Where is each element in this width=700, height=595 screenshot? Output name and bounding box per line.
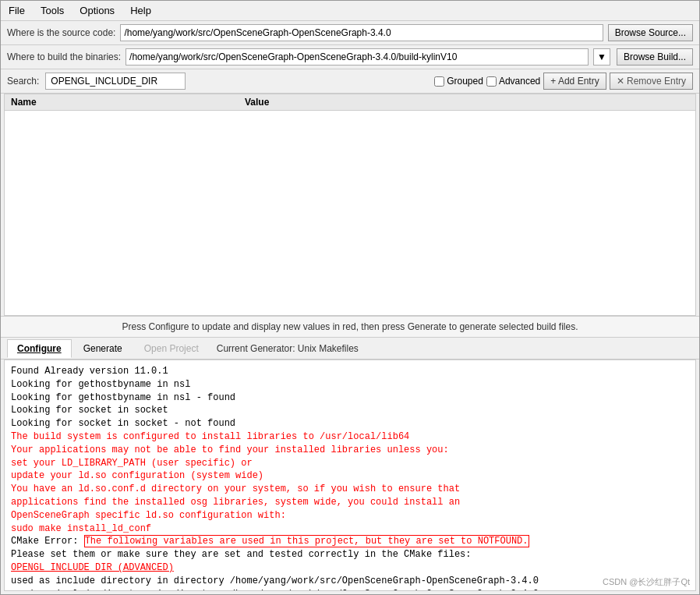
table-header: Name Value <box>5 94 695 111</box>
menu-tools[interactable]: Tools <box>37 3 67 18</box>
log-line: Looking for socket in socket <box>11 404 689 417</box>
log-line: applications find the installed osg libr… <box>11 496 689 509</box>
log-line: Please set them or make sure they are se… <box>11 548 689 561</box>
build-input[interactable] <box>126 48 589 66</box>
checkbox-group: Grouped Advanced + Add Entry ✕ Remove En… <box>434 73 693 90</box>
log-line: Found Already version 11.0.1 <box>11 365 689 378</box>
build-row: Where to build the binaries: ▼ Browse Bu… <box>1 45 699 69</box>
grouped-label: Grouped <box>447 76 483 87</box>
log-line: Your applications may not be able to fin… <box>11 444 689 457</box>
menubar: File Tools Options Help <box>1 1 699 21</box>
advanced-checkbox[interactable] <box>486 76 497 87</box>
menu-file[interactable]: File <box>5 3 28 18</box>
search-row: Search: Grouped Advanced + Add Entry ✕ R… <box>1 69 699 94</box>
log-line: OpenSceneGraph specific ld.so configurat… <box>11 509 689 522</box>
browse-source-button[interactable]: Browse Source... <box>608 24 693 41</box>
source-label: Where is the source code: <box>7 27 115 38</box>
tab-open-project: Open Project <box>134 339 209 358</box>
log-line: set your LD_LIBRARY_PATH (user specific)… <box>11 457 689 470</box>
remove-entry-button[interactable]: ✕ Remove Entry <box>610 73 693 90</box>
add-entry-button[interactable]: + Add Entry <box>543 73 606 90</box>
log-line: Looking for socket in socket - not found <box>11 417 689 430</box>
log-line: used as include directory in directory /… <box>11 588 689 591</box>
menu-options[interactable]: Options <box>76 3 118 18</box>
advanced-checkbox-item: Advanced <box>486 76 540 87</box>
search-label: Search: <box>7 76 39 87</box>
table-area: Name Value <box>4 94 696 316</box>
browse-build-button[interactable]: Browse Build... <box>617 48 693 66</box>
grouped-checkbox-item: Grouped <box>434 76 483 87</box>
source-input[interactable] <box>120 24 603 41</box>
log-line: Looking for gethostbyname in nsl - found <box>11 391 689 405</box>
status-text: Press Configure to update and display ne… <box>122 321 578 332</box>
log-line: You have an ld.so.conf.d directory on yo… <box>11 483 689 496</box>
watermark: CSDN @长沙红胖子Qt <box>603 576 690 588</box>
log-line: sudo make install_ld_conf <box>11 522 689 536</box>
column-value-header: Value <box>245 97 689 108</box>
generator-label: Current Generator: Unix Makefiles <box>217 343 359 354</box>
log-line: update your ld.so configuration (system … <box>11 469 689 483</box>
search-input[interactable] <box>45 73 186 90</box>
build-label: Where to build the binaries: <box>7 51 121 62</box>
tab-bar: Configure Generate Open Project Current … <box>1 338 699 359</box>
table-body <box>5 111 695 315</box>
source-row: Where is the source code: Browse Source.… <box>1 21 699 45</box>
grouped-checkbox[interactable] <box>434 76 444 87</box>
tab-generate[interactable]: Generate <box>73 339 133 358</box>
tab-configure[interactable]: Configure <box>7 339 72 358</box>
log-line: The build system is configured to instal… <box>11 430 689 444</box>
log-area[interactable]: Found Already version 11.0.1Looking for … <box>4 359 696 591</box>
advanced-label: Advanced <box>499 76 540 87</box>
log-line: OPENGL_INCLUDE_DIR (ADVANCED) <box>11 561 689 575</box>
log-line: used as include directory in directory /… <box>11 575 689 588</box>
menu-help[interactable]: Help <box>127 3 154 18</box>
column-name-header: Name <box>11 97 245 108</box>
status-bar: Press Configure to update and display ne… <box>1 316 699 338</box>
log-line: Looking for gethostbyname in nsl <box>11 378 689 391</box>
log-line: CMake Error: The following variables are… <box>11 535 689 548</box>
